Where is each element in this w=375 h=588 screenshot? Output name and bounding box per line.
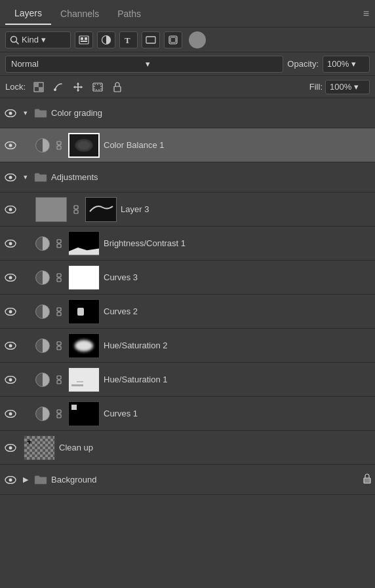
layer-row[interactable]: Brightness/Contrast 1 [0, 227, 375, 261]
svg-rect-5 [81, 41, 87, 42]
svg-rect-65 [57, 414, 61, 418]
blend-mode-dropdown[interactable]: Normal ▾ [5, 56, 283, 73]
chain-icon [55, 238, 63, 249]
layer-row[interactable]: Hue/Saturation 1 [0, 363, 375, 397]
visibility-toggle[interactable] [4, 339, 17, 352]
layer-thumbnail [68, 299, 100, 324]
tab-layers[interactable]: Layers [5, 3, 51, 25]
visibility-toggle[interactable] [4, 171, 17, 184]
adjustment-layer-icon [101, 35, 111, 45]
layer-name: Adjustments [51, 172, 371, 182]
thumbnail-content [69, 334, 99, 358]
filter-smart-button[interactable] [164, 31, 182, 48]
layer-row[interactable]: Curves 3 [0, 261, 375, 295]
visibility-toggle[interactable] [4, 473, 17, 487]
layer-row[interactable]: Layer 3 [0, 193, 375, 227]
lock-pixels-button[interactable] [50, 80, 66, 94]
kind-dropdown[interactable]: Kind ▾ [5, 31, 71, 48]
lock-transparency-button[interactable] [31, 80, 47, 94]
pixel-layer-icon [79, 35, 89, 45]
layer-row[interactable]: Clean up [0, 431, 375, 465]
filter-text-button[interactable]: T [119, 31, 138, 48]
visibility-toggle[interactable] [4, 139, 17, 152]
svg-point-58 [9, 378, 12, 381]
svg-point-38 [9, 242, 12, 245]
svg-rect-13 [39, 87, 43, 92]
visibility-toggle[interactable] [4, 373, 17, 386]
svg-rect-20 [94, 84, 101, 90]
mask-thumbnail-content [87, 198, 115, 221]
layer-name: Curves 2 [104, 306, 371, 316]
eye-icon [5, 308, 16, 316]
eye-icon [5, 109, 16, 117]
visibility-toggle[interactable] [4, 203, 17, 216]
layer-row[interactable]: ▾ Color grading [0, 98, 375, 128]
layer-name: Clean up [59, 443, 371, 452]
opacity-dropdown[interactable]: 100% ▾ [323, 56, 370, 73]
adjustment-icon [35, 407, 50, 421]
collapse-arrow-icon[interactable]: ▾ [21, 109, 30, 118]
svg-rect-3 [81, 37, 83, 40]
svg-rect-12 [34, 83, 39, 87]
layer-thumbnail [68, 265, 100, 290]
layer-row[interactable]: Curves 2 [0, 295, 375, 329]
eye-icon [5, 141, 16, 149]
visibility-toggle[interactable] [4, 305, 17, 318]
svg-point-63 [9, 412, 12, 415]
filter-pixel-button[interactable] [75, 31, 93, 48]
visibility-toggle[interactable] [4, 441, 17, 454]
link-icon [71, 204, 81, 215]
svg-point-32 [9, 208, 12, 211]
layer-row[interactable]: Curves 1 [0, 397, 375, 431]
checkerboard-icon [33, 82, 44, 92]
svg-line-1 [16, 41, 19, 44]
link-icon [54, 272, 64, 283]
layer-name: Hue/Saturation 2 [104, 340, 371, 350]
svg-marker-18 [81, 86, 83, 88]
adjustment-icon [35, 270, 50, 285]
fill-label: Fill: [309, 82, 323, 92]
thumbnail-content [69, 134, 98, 156]
collapse-arrow-icon[interactable]: ▶ [21, 475, 30, 485]
adjustment-icon [35, 339, 50, 353]
eye-icon [5, 342, 16, 350]
lock-label: Lock: [5, 82, 26, 92]
svg-marker-17 [73, 86, 75, 88]
blend-opacity-row: Normal ▾ Opacity: 100% ▾ [0, 52, 375, 76]
filter-adjustment-button[interactable] [97, 31, 115, 48]
adjustment-icon [35, 373, 50, 387]
panel-menu-icon[interactable]: ≡ [363, 8, 370, 20]
visibility-toggle[interactable] [4, 407, 17, 420]
tab-channels[interactable]: Channels [51, 3, 108, 24]
layer-name: Color grading [51, 108, 371, 118]
link-icon [54, 140, 64, 151]
lock-all-button[interactable] [109, 80, 125, 94]
layer-row[interactable]: Hue/Saturation 2 [0, 329, 375, 363]
lock-artboard-button[interactable] [90, 80, 106, 94]
folder-icon [34, 108, 47, 119]
brush-icon [53, 83, 64, 92]
visibility-toggle[interactable] [4, 107, 17, 120]
filter-shape-button[interactable] [142, 31, 160, 48]
svg-point-23 [9, 111, 12, 115]
chain-icon [55, 375, 63, 385]
shape-layer-icon [146, 35, 156, 45]
fill-dropdown[interactable]: 100% ▾ [325, 80, 370, 94]
folder-svg-icon [34, 172, 47, 183]
tab-paths[interactable]: Paths [108, 3, 150, 24]
kind-filter-row: Kind ▾ T [0, 28, 375, 52]
filter-mode-button[interactable] [189, 31, 206, 48]
lock-position-button[interactable] [70, 80, 86, 94]
lock-icon [113, 82, 121, 92]
crop-icon [92, 82, 104, 92]
folder-icon [34, 475, 47, 485]
visibility-toggle[interactable] [4, 271, 17, 284]
collapse-arrow-icon[interactable]: ▾ [21, 173, 30, 182]
layer-row[interactable]: Color Balance 1 [0, 128, 375, 162]
visibility-toggle[interactable] [4, 237, 17, 250]
layer-thumbnail [68, 401, 100, 426]
opacity-chevron-icon: ▾ [351, 59, 356, 69]
layer-row[interactable]: ▾ Adjustments [0, 162, 375, 193]
svg-rect-64 [57, 410, 61, 413]
layer-row[interactable]: ▶ Background [0, 465, 375, 495]
